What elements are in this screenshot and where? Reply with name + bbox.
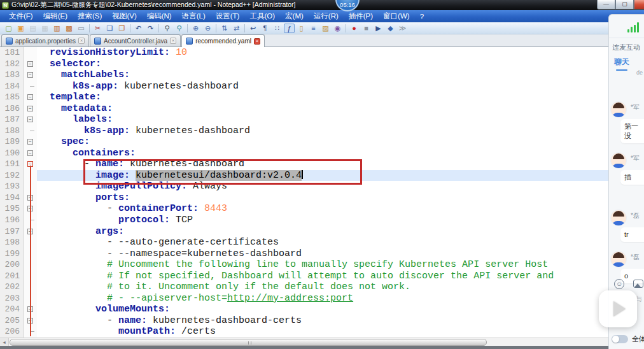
- code-line[interactable]: 183− matchLabels:: [0, 69, 644, 81]
- fold-margin[interactable]: −: [24, 103, 37, 115]
- code-line[interactable]: 187− labels:: [0, 114, 644, 125]
- code-line[interactable]: 181 revisionHistoryLimit: 10: [0, 47, 644, 59]
- fold-collapse-icon[interactable]: −: [27, 150, 33, 156]
- tab-recommended-yaml[interactable]: recommended.yaml×: [181, 34, 265, 47]
- fold-collapse-icon[interactable]: −: [27, 161, 33, 167]
- horizontal-scrollbar[interactable]: ◄: [0, 338, 644, 346]
- fold-collapse-icon[interactable]: −: [27, 117, 33, 122]
- fold-collapse-icon[interactable]: −: [27, 229, 33, 234]
- monitoring-icon[interactable]: ◉: [332, 24, 343, 33]
- fold-margin[interactable]: −: [24, 192, 37, 204]
- record-macro-icon[interactable]: ●: [349, 24, 360, 33]
- fold-margin[interactable]: −: [24, 69, 37, 81]
- stop-macro-icon[interactable]: ■: [361, 24, 372, 33]
- redo-icon[interactable]: ↷: [145, 24, 156, 33]
- code-line[interactable]: 197− args:: [0, 226, 644, 238]
- code-line[interactable]: 191− - name: kubernetes-dashboard: [0, 159, 644, 170]
- fold-collapse-icon[interactable]: −: [27, 72, 33, 78]
- code-line[interactable]: 203 # - --apiserver-host=http://my-addre…: [0, 293, 644, 304]
- close-button[interactable]: ✕: [634, 0, 644, 10]
- tab-close-icon[interactable]: ×: [254, 38, 260, 45]
- tab-close-icon[interactable]: ×: [78, 38, 85, 44]
- fold-margin[interactable]: −: [24, 59, 37, 70]
- sync-scroll-horizontal-icon[interactable]: ⇄: [231, 24, 242, 33]
- fold-margin[interactable]: −: [24, 159, 37, 170]
- editor-area[interactable]: 181 revisionHistoryLimit: 10182− selecto…: [0, 47, 644, 338]
- menu-item[interactable]: 宏(M): [280, 10, 309, 22]
- menu-item[interactable]: ?: [415, 10, 429, 22]
- code-line[interactable]: 188 k8s-app: kubernetes-dashboard: [0, 125, 644, 137]
- paste-icon[interactable]: ❐: [116, 24, 127, 33]
- fold-collapse-icon[interactable]: −: [27, 206, 33, 211]
- close-all-icon[interactable]: ▩: [64, 24, 74, 33]
- fold-collapse-icon[interactable]: −: [27, 306, 33, 312]
- menu-item[interactable]: 视图(V): [107, 10, 141, 22]
- indent-guide-icon[interactable]: ∷: [272, 24, 283, 33]
- cut-icon[interactable]: ✂: [92, 24, 103, 33]
- zoom-in-icon[interactable]: ⊕: [190, 24, 201, 33]
- fold-margin[interactable]: −: [24, 203, 37, 215]
- image-upload-icon[interactable]: [633, 280, 643, 288]
- copy-icon[interactable]: ❏: [104, 24, 115, 33]
- word-wrap-icon[interactable]: ↩: [248, 24, 258, 33]
- show-all-characters-icon[interactable]: ¶: [260, 24, 270, 33]
- code-line[interactable]: 201 # If not specified, Dashboard will a…: [0, 271, 644, 282]
- tab-accountcontroller-java[interactable]: AccountController.java×: [90, 34, 181, 46]
- code-line[interactable]: 196 protocol: TCP: [0, 215, 644, 226]
- fold-margin[interactable]: −: [24, 304, 37, 315]
- code-line[interactable]: 189− spec:: [0, 136, 644, 148]
- tab-application-properties[interactable]: application.properties×: [1, 34, 89, 46]
- document-map-icon[interactable]: ▯: [296, 24, 307, 33]
- menu-item[interactable]: 搜索(S): [73, 10, 107, 22]
- fold-collapse-icon[interactable]: −: [27, 94, 33, 100]
- code-line[interactable]: 194− ports:: [0, 192, 644, 204]
- mute-all-toggle[interactable]: [612, 335, 628, 343]
- maximize-button[interactable]: ▢: [615, 0, 634, 10]
- menu-item[interactable]: 语言(L): [177, 10, 211, 22]
- code-line[interactable]: 185− template:: [0, 92, 644, 103]
- fold-collapse-icon[interactable]: −: [27, 106, 33, 111]
- menu-item[interactable]: 设置(T): [211, 10, 245, 22]
- code-line[interactable]: 202 # to it. Uncomment only if the defau…: [0, 281, 644, 293]
- code-line[interactable]: 186− metadata:: [0, 103, 644, 115]
- menu-item[interactable]: 文件(F): [4, 10, 38, 22]
- close-file-icon[interactable]: ▥: [52, 24, 62, 33]
- code-line[interactable]: 204− volumeMounts:: [0, 304, 644, 315]
- play-button-overlay[interactable]: [599, 290, 637, 327]
- fold-collapse-icon[interactable]: −: [27, 318, 33, 324]
- run-macro-multiple-icon[interactable]: ≫: [397, 24, 408, 33]
- open-folder-icon[interactable]: ▣: [15, 24, 26, 33]
- menu-item[interactable]: 运行(R): [309, 10, 344, 22]
- save-macro-icon[interactable]: ◆: [385, 24, 396, 33]
- scrollbar-thumb[interactable]: [10, 339, 487, 346]
- new-file-icon[interactable]: ▢: [3, 24, 14, 33]
- fold-margin[interactable]: −: [24, 114, 37, 125]
- undo-icon[interactable]: ↶: [133, 24, 144, 33]
- menu-item[interactable]: 窗口(W): [378, 10, 415, 22]
- code-line[interactable]: 193 imagePullPolicy: Always: [0, 181, 644, 192]
- sync-scroll-vertical-icon[interactable]: ⇅: [219, 24, 230, 33]
- minimize-button[interactable]: —: [597, 0, 615, 10]
- code-line[interactable]: 206 mountPath: /certs: [0, 326, 644, 338]
- fold-collapse-icon[interactable]: −: [27, 61, 33, 67]
- code-line[interactable]: 205− - name: kubernetes-dashboard-certs: [0, 315, 644, 327]
- code-line[interactable]: 190− containers:: [0, 148, 644, 159]
- code-line[interactable]: 184 k8s-app: kubernetes-dashboard: [0, 81, 644, 92]
- menu-item[interactable]: 工具(O): [244, 10, 280, 22]
- print-icon[interactable]: ▭: [76, 24, 87, 33]
- code-line[interactable]: 198 - --auto-generate-certificates: [0, 237, 644, 248]
- play-macro-icon[interactable]: ▶: [373, 24, 384, 33]
- code-line[interactable]: 192 image: kubernetesui/dashboard:v2.0.4: [0, 170, 644, 182]
- menu-item[interactable]: 插件(P): [344, 10, 378, 22]
- emoji-icon[interactable]: ☺: [614, 279, 624, 289]
- zoom-out-icon[interactable]: ⊖: [202, 24, 213, 33]
- folder-as-workspace-icon[interactable]: ▨: [320, 24, 331, 33]
- tab-chat[interactable]: 聊天: [614, 57, 629, 68]
- document-list-icon[interactable]: ≡: [308, 24, 319, 33]
- fold-collapse-icon[interactable]: −: [27, 139, 33, 145]
- fold-collapse-icon[interactable]: −: [27, 195, 33, 201]
- find-icon[interactable]: ⚲: [162, 24, 172, 33]
- code-line[interactable]: 200 # Uncomment the following line to ma…: [0, 259, 644, 271]
- code-line[interactable]: 195− - containerPort: 8443: [0, 203, 644, 215]
- fold-margin[interactable]: −: [24, 315, 37, 327]
